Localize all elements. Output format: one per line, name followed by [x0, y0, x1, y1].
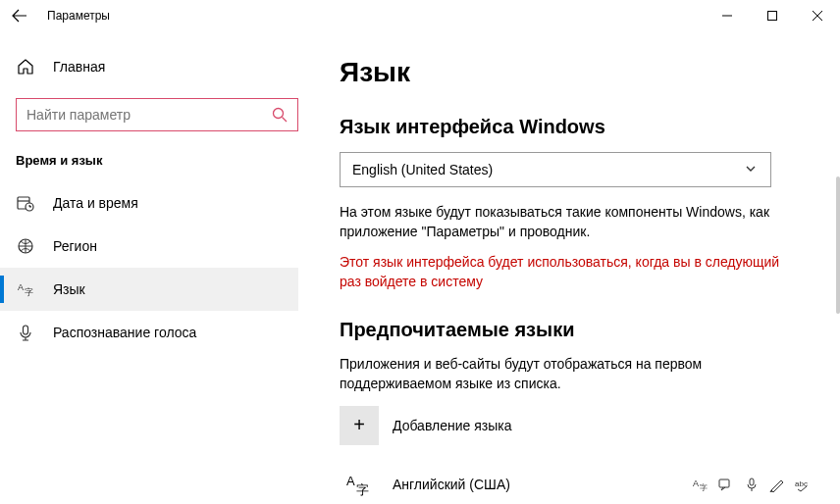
microphone-icon	[16, 323, 35, 342]
plus-icon: +	[340, 406, 379, 445]
preferred-languages-description: Приложения и веб-сайты будут отображатьс…	[340, 355, 791, 393]
chevron-down-icon	[745, 163, 759, 176]
sidebar-item-language[interactable]: A字 Язык	[0, 268, 298, 311]
display-language-dropdown[interactable]: English (United States)	[340, 152, 771, 187]
speech-feature-icon	[744, 477, 760, 492]
home-label: Главная	[53, 59, 105, 75]
svg-text:字: 字	[356, 482, 369, 497]
search-input[interactable]	[26, 107, 272, 123]
svg-text:字: 字	[25, 287, 33, 297]
minimize-icon	[722, 11, 732, 21]
sidebar-item-date-time[interactable]: Дата и время	[0, 181, 298, 225]
window-controls	[705, 0, 840, 31]
sidebar: Главная Время и язык Дата и время Регион…	[0, 39, 314, 354]
calendar-clock-icon	[16, 193, 35, 213]
display-lang-feature-icon: A字	[693, 477, 709, 492]
maximize-icon	[767, 11, 777, 21]
handwriting-feature-icon	[769, 477, 785, 492]
sidebar-section-title: Время и язык	[16, 153, 298, 168]
display-language-description: На этом языке будут показываться такие к…	[340, 203, 791, 241]
display-language-title: Язык интерфейса Windows	[340, 116, 816, 138]
home-button[interactable]: Главная	[16, 47, 298, 86]
sidebar-item-region[interactable]: Регион	[0, 225, 298, 268]
svg-rect-13	[750, 479, 754, 485]
sidebar-item-label: Распознавание голоса	[53, 325, 196, 340]
sidebar-nav: Дата и время Регион A字 Язык Распознавани…	[0, 181, 298, 354]
minimize-button[interactable]	[705, 0, 750, 31]
arrow-left-icon	[12, 8, 27, 24]
language-item[interactable]: A字 Английский (США) A字 abc	[340, 465, 816, 504]
sidebar-item-label: Дата и время	[53, 195, 138, 211]
add-language-label: Добавление языка	[393, 418, 512, 433]
svg-rect-12	[719, 479, 729, 487]
preferred-languages-title: Предпочитаемые языки	[340, 319, 816, 341]
svg-rect-7	[24, 326, 28, 334]
language-features: A字 abc	[693, 477, 811, 492]
main-content: Язык Язык интерфейса Windows English (Un…	[340, 39, 826, 504]
svg-text:A: A	[18, 282, 24, 292]
maximize-button[interactable]	[750, 0, 795, 31]
dropdown-value: English (United States)	[352, 162, 745, 177]
text-to-speech-feature-icon	[718, 477, 734, 492]
close-icon	[813, 11, 822, 21]
sidebar-item-label: Регион	[53, 238, 97, 254]
spellcheck-feature-icon: abc	[795, 477, 811, 492]
back-button[interactable]	[6, 2, 33, 29]
language-glyph-icon: A字	[340, 465, 379, 504]
sidebar-item-speech[interactable]: Распознавание голоса	[0, 311, 298, 354]
language-item-label: Английский (США)	[393, 477, 693, 492]
add-language-button[interactable]: + Добавление языка	[340, 406, 816, 445]
display-language-warning: Этот язык интерфейса будет использоватьс…	[340, 253, 791, 291]
page-heading: Язык	[340, 57, 816, 88]
globe-icon	[16, 236, 35, 256]
home-icon	[16, 57, 35, 76]
svg-point-1	[274, 109, 284, 119]
search-icon	[272, 107, 288, 123]
search-box[interactable]	[16, 98, 298, 131]
sidebar-item-label: Язык	[53, 281, 85, 297]
window-title: Параметры	[47, 9, 110, 23]
svg-text:A: A	[693, 479, 699, 488]
svg-text:字: 字	[700, 483, 708, 492]
svg-rect-0	[768, 12, 777, 21]
language-icon: A字	[16, 279, 35, 299]
scrollbar[interactable]	[836, 176, 840, 314]
svg-text:A: A	[346, 474, 355, 488]
close-button[interactable]	[795, 0, 840, 31]
